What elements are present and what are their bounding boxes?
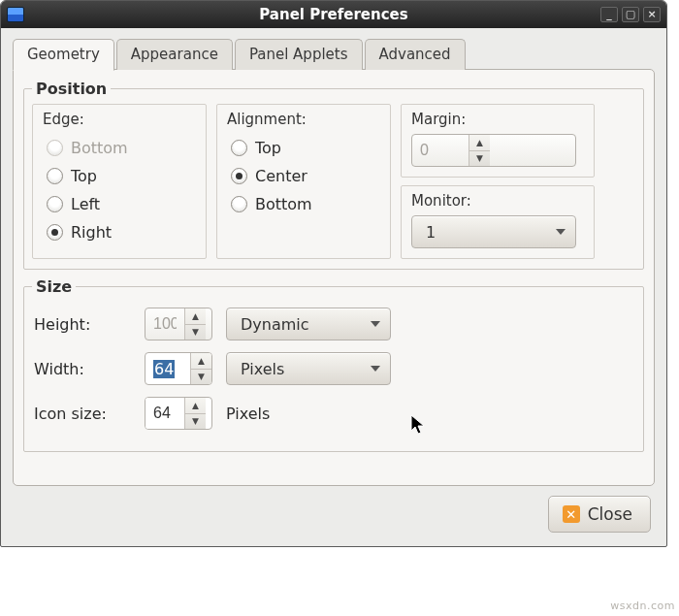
watermark: wsxdn.com — [610, 600, 675, 612]
spin-up-icon[interactable]: ▲ — [185, 398, 206, 413]
spin-down-icon[interactable]: ▼ — [191, 369, 211, 385]
width-label: Width: — [34, 360, 131, 378]
margin-label: Margin: — [411, 111, 584, 128]
tab-panel: Position Edge: Bottom Top — [13, 69, 655, 486]
monitor-select[interactable]: 1 — [411, 215, 576, 248]
spin-up-icon[interactable]: ▲ — [191, 353, 211, 369]
size-legend: Size — [32, 277, 76, 296]
radio-icon — [231, 168, 247, 184]
titlebar[interactable]: Panel Preferences _ ▢ × — [1, 1, 666, 28]
monitor-label: Monitor: — [411, 192, 584, 210]
spin-down-icon[interactable]: ▼ — [469, 150, 490, 167]
window-title: Panel Preferences — [1, 6, 666, 23]
radio-icon — [231, 140, 247, 156]
margin-input[interactable]: ▲ ▼ — [411, 134, 576, 167]
monitor-value: 1 — [426, 223, 436, 242]
close-button-label: Close — [588, 504, 632, 524]
spin-down-icon[interactable]: ▼ — [185, 413, 206, 430]
radio-label: Left — [71, 195, 100, 213]
maximize-button[interactable]: ▢ — [622, 7, 639, 22]
height-mode-select[interactable]: Dynamic — [226, 308, 391, 340]
radio-label: Top — [255, 139, 281, 157]
close-window-button[interactable]: × — [643, 7, 661, 22]
width-mode-value: Pixels — [241, 360, 284, 378]
close-button[interactable]: ✕ Close — [548, 496, 651, 533]
align-radio-center[interactable]: Center — [227, 162, 380, 190]
tab-panel-applets[interactable]: Panel Applets — [235, 39, 363, 70]
tab-appearance[interactable]: Appearance — [116, 39, 233, 70]
radio-icon — [47, 140, 63, 156]
iconsize-label: Icon size: — [34, 405, 131, 423]
alignment-label: Alignment: — [227, 111, 380, 128]
radio-label: Bottom — [71, 139, 128, 157]
height-value[interactable] — [146, 308, 184, 340]
chevron-down-icon — [371, 366, 380, 372]
chevron-down-icon — [556, 229, 566, 235]
height-mode-value: Dynamic — [241, 315, 309, 334]
close-icon: ✕ — [563, 505, 580, 523]
margin-box: Margin: ▲ ▼ — [401, 104, 595, 178]
client-area: Geometry Appearance Panel Applets Advanc… — [1, 28, 666, 546]
spin-up-icon[interactable]: ▲ — [469, 135, 490, 150]
edge-radio-right[interactable]: Right — [43, 218, 196, 246]
tab-bar: Geometry Appearance Panel Applets Advanc… — [13, 38, 655, 70]
width-row: Width: 64 ▲ ▼ Pixels — [34, 352, 635, 385]
tab-advanced[interactable]: Advanced — [365, 39, 466, 70]
edge-radio-left[interactable]: Left — [43, 190, 196, 218]
position-legend: Position — [32, 80, 111, 98]
radio-label: Center — [255, 167, 307, 185]
monitor-box: Monitor: 1 — [401, 185, 595, 259]
chevron-down-icon — [371, 321, 380, 327]
window-buttons: _ ▢ × — [600, 7, 666, 22]
height-input[interactable]: ▲ ▼ — [145, 308, 212, 340]
edge-label: Edge: — [43, 111, 196, 128]
size-group: Size Height: ▲ ▼ Dynamic — [23, 277, 644, 452]
edge-radio-top[interactable]: Top — [43, 162, 196, 190]
radio-icon — [47, 196, 63, 212]
iconsize-input[interactable]: ▲ ▼ — [145, 397, 212, 430]
minimize-button[interactable]: _ — [600, 7, 618, 22]
tab-geometry[interactable]: Geometry — [13, 39, 114, 71]
edge-box: Edge: Bottom Top Left — [32, 104, 207, 259]
radio-icon — [231, 196, 247, 212]
alignment-box: Alignment: Top Center Bottom — [216, 104, 391, 259]
edge-radio-bottom: Bottom — [43, 134, 196, 162]
spin-down-icon[interactable]: ▼ — [185, 324, 206, 340]
iconsize-row: Icon size: ▲ ▼ Pixels — [34, 397, 635, 430]
radio-label: Top — [71, 167, 97, 185]
margin-monitor-box: Margin: ▲ ▼ Monitor: — [401, 104, 595, 259]
height-row: Height: ▲ ▼ Dynamic — [34, 308, 635, 340]
radio-label: Bottom — [255, 195, 312, 213]
width-input[interactable]: 64 ▲ ▼ — [145, 352, 212, 385]
app-icon — [7, 7, 24, 22]
window: Panel Preferences _ ▢ × Geometry Appeara… — [0, 0, 667, 547]
dialog-buttonbar: ✕ Close — [13, 486, 655, 535]
radio-icon — [47, 224, 63, 241]
width-mode-select[interactable]: Pixels — [226, 352, 391, 385]
height-label: Height: — [34, 315, 131, 334]
radio-label: Right — [71, 223, 112, 242]
position-group: Position Edge: Bottom Top — [23, 80, 644, 270]
iconsize-unit: Pixels — [226, 405, 270, 423]
align-radio-bottom[interactable]: Bottom — [227, 190, 380, 218]
margin-value[interactable] — [412, 135, 469, 166]
iconsize-value[interactable] — [146, 398, 184, 429]
spin-up-icon[interactable]: ▲ — [185, 308, 206, 324]
align-radio-top[interactable]: Top — [227, 134, 380, 162]
radio-icon — [47, 168, 63, 184]
